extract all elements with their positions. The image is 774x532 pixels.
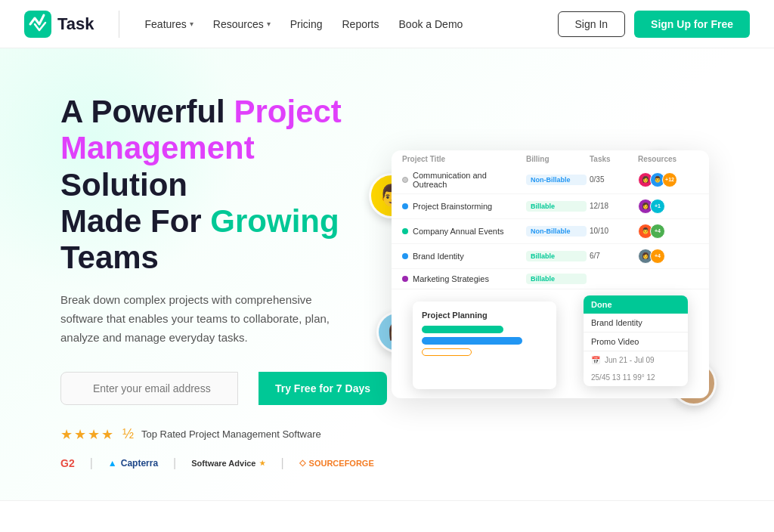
resource-avatars: 👩 +4 bbox=[638, 249, 698, 264]
nav-divider bbox=[119, 11, 119, 38]
logo-icon bbox=[24, 11, 51, 38]
resource-avatars: 👩 +1 bbox=[638, 199, 698, 214]
status-dot bbox=[402, 276, 408, 282]
hero-rating: ★★★★ ½ Top Rated Project Management Soft… bbox=[60, 426, 387, 443]
logo-text: Task bbox=[57, 14, 94, 34]
status-dot bbox=[402, 203, 408, 209]
hero-title: A Powerful Project Management Solution M… bbox=[60, 94, 387, 276]
chevron-down-icon: ▾ bbox=[190, 20, 194, 28]
nav-link-pricing[interactable]: Pricing bbox=[283, 12, 330, 36]
billing-badge: Billable bbox=[526, 201, 587, 212]
email-form: ✉ Try Free for 7 Days bbox=[60, 372, 387, 405]
try-free-button[interactable]: Try Free for 7 Days bbox=[259, 372, 387, 405]
billing-badge: Billable bbox=[526, 251, 587, 261]
hero-subtitle: Break down complex projects with compreh… bbox=[60, 291, 348, 347]
resource-avatars: 👨 +4 bbox=[638, 224, 698, 239]
rating-label: Top Rated Project Management Software bbox=[141, 428, 321, 440]
star-icons: ★★★★ bbox=[60, 426, 115, 443]
gantt-bar-2 bbox=[422, 337, 522, 345]
billing-badge: Non-Billable bbox=[526, 226, 587, 237]
nav-link-resources[interactable]: Resources ▾ bbox=[206, 12, 278, 36]
nav-link-book-demo[interactable]: Book a Demo bbox=[392, 12, 471, 36]
nav-links: Features ▾ Resources ▾ Pricing Reports B… bbox=[138, 12, 558, 36]
sourceforge-icon: ◇ bbox=[299, 458, 305, 468]
popup-stats: 25/45 13 11 99° 12 bbox=[584, 369, 688, 386]
table-row: Marketing Strategies Billable bbox=[392, 269, 709, 289]
popup-meta: 📅 Jun 21 - Jul 09 bbox=[584, 351, 688, 369]
billing-badge: Non-Billable bbox=[526, 175, 587, 185]
calendar-icon: 📅 bbox=[591, 356, 600, 364]
chevron-down-icon: ▾ bbox=[267, 20, 271, 28]
badge-sourceforge: ◇ SOURCEFORGE bbox=[299, 458, 374, 468]
hero-content: A Powerful Project Management Solution M… bbox=[60, 94, 387, 470]
status-dot bbox=[402, 177, 408, 183]
capterra-icon: ▲ bbox=[108, 458, 117, 469]
partner-badges: G2 | ▲ Capterra | Software Advice★ | ◇ S… bbox=[60, 456, 387, 470]
gantt-area: Project Planning Done Brand Identity Pro… bbox=[392, 289, 709, 398]
table-row: Brand Identity Billable 6/7 👩 +4 bbox=[392, 244, 709, 269]
billing-badge: Billable bbox=[526, 274, 587, 284]
svg-rect-0 bbox=[24, 11, 51, 38]
resource-avatars: 👩 👨 +12 bbox=[638, 172, 698, 187]
badge-g2: G2 bbox=[60, 457, 75, 469]
logo[interactable]: Task bbox=[24, 11, 94, 38]
status-dot bbox=[402, 253, 408, 259]
task-popup: Done Brand Identity Promo Video 📅 Jun 21… bbox=[573, 295, 698, 395]
status-dot bbox=[402, 228, 408, 234]
nav-link-reports[interactable]: Reports bbox=[334, 12, 386, 36]
dashboard-container: 👨 👨🏾 👩 👨🏽 Project Title Billing Tasks Re… bbox=[392, 165, 709, 398]
hero-visual: 👨 👨🏾 👩 👨🏽 Project Title Billing Tasks Re… bbox=[387, 165, 714, 398]
table-row: Company Annual Events Non-Billable 10/10… bbox=[392, 219, 709, 244]
email-input-wrapper: ✉ bbox=[60, 372, 259, 405]
gantt-bar-1 bbox=[422, 326, 503, 333]
gantt-bar-3 bbox=[422, 348, 472, 356]
empowering-section: EMPOWERING INDUSTRY LEADING TEAMS McLare… bbox=[0, 500, 774, 532]
done-popup: Done Brand Identity Promo Video 📅 Jun 21… bbox=[584, 295, 688, 386]
hero-section: A Powerful Project Management Solution M… bbox=[0, 48, 774, 500]
table-row: Project Brainstorming Billable 12/18 👩 +… bbox=[392, 194, 709, 219]
signin-button[interactable]: Sign In bbox=[558, 11, 626, 37]
badge-software-advice: Software Advice★ bbox=[191, 459, 265, 468]
signup-button[interactable]: Sign Up for Free bbox=[634, 11, 750, 38]
half-star-icon: ½ bbox=[122, 426, 134, 442]
nav-link-features[interactable]: Features ▾ bbox=[138, 12, 201, 36]
table-row: Communication and Outreach Non-Billable … bbox=[392, 166, 709, 194]
navbar: Task Features ▾ Resources ▾ Pricing Repo… bbox=[0, 0, 774, 48]
nav-actions: Sign In Sign Up for Free bbox=[558, 11, 751, 38]
gantt-chart: Project Planning bbox=[413, 302, 556, 389]
email-input[interactable] bbox=[60, 372, 238, 405]
table-header: Project Title Billing Tasks Resources bbox=[392, 150, 709, 166]
badge-capterra: ▲ Capterra bbox=[108, 458, 158, 469]
dashboard-preview: Project Title Billing Tasks Resources Co… bbox=[392, 150, 709, 398]
